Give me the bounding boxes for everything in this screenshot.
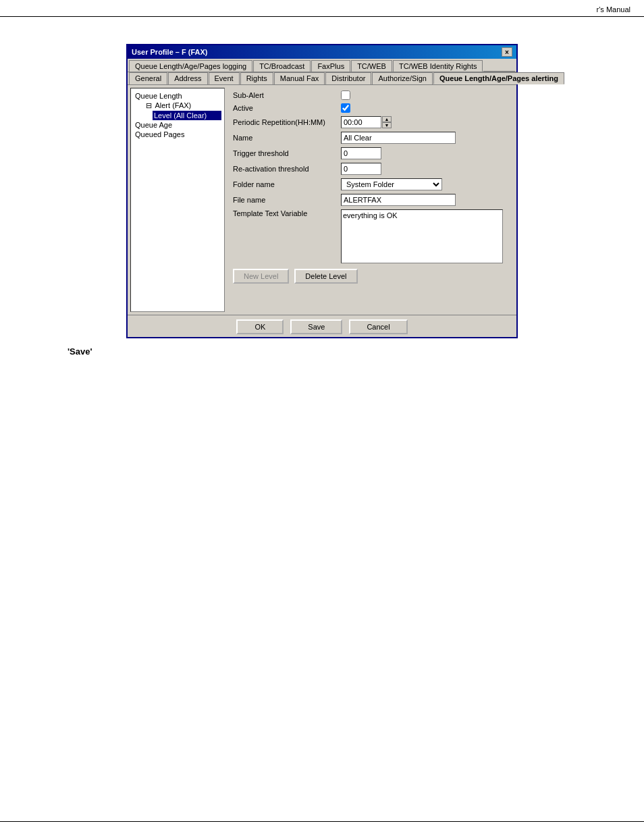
- delete-level-button[interactable]: Delete Level: [294, 269, 357, 284]
- tab-tc-web[interactable]: TC/WEB: [351, 60, 392, 72]
- tab-address[interactable]: Address: [168, 72, 207, 84]
- spinner-down-button[interactable]: ▼: [382, 122, 392, 128]
- level-buttons-container: New Level Delete Level: [233, 269, 508, 284]
- tab-distributor[interactable]: Distributor: [325, 72, 371, 84]
- periodic-rep-input[interactable]: [341, 116, 381, 128]
- folder-name-row: Folder name System Folder: [233, 178, 508, 190]
- right-form-panel: Sub-Alert Active Periodic Repetition(HH:…: [227, 88, 514, 312]
- tab-rights[interactable]: Rights: [240, 72, 273, 84]
- active-label: Active: [233, 104, 341, 112]
- tabs-row2: General Address Event Rights Manual Fax …: [128, 72, 516, 85]
- dialog-close-button[interactable]: ×: [502, 47, 512, 57]
- template-text-textarea[interactable]: everything is OK: [341, 209, 503, 263]
- tab-general[interactable]: General: [129, 72, 167, 84]
- new-level-button[interactable]: New Level: [233, 269, 289, 284]
- reactivation-threshold-row: Re-activation threshold: [233, 163, 508, 175]
- periodic-rep-label: Periodic Repetition(HH:MM): [233, 118, 341, 126]
- sub-alert-label: Sub-Alert: [233, 91, 341, 99]
- dialog-body: Queue Length ⊟ Alert (FAX) Level (All Cl…: [128, 85, 516, 315]
- tab-tc-broadcast[interactable]: TC/Broadcast: [253, 60, 311, 72]
- page-header: r's Manual: [0, 0, 644, 17]
- page-content: User Profile – F (FAX) × Queue Length/Ag…: [0, 17, 644, 370]
- tree-alert-fax[interactable]: ⊟ Alert (FAX): [144, 101, 221, 111]
- folder-select-container: System Folder: [341, 178, 442, 190]
- spinner-up-button[interactable]: ▲: [382, 116, 392, 122]
- tree-queue-age[interactable]: Queue Age: [134, 120, 221, 130]
- footer-buttons-row: OK Save Cancel: [130, 319, 514, 334]
- tab-queue-logging[interactable]: Queue Length/Age/Pages logging: [129, 60, 252, 72]
- tree-queued-pages[interactable]: Queued Pages: [134, 130, 221, 139]
- tab-filler: [483, 60, 515, 72]
- tab-queue-alerting[interactable]: Queue Length/Age/Pages alerting: [433, 72, 564, 84]
- tree-level-all-clear[interactable]: Level (All Clear): [153, 111, 221, 120]
- file-name-row: File name: [233, 194, 508, 206]
- file-name-label: File name: [233, 196, 341, 204]
- periodic-rep-row: Periodic Repetition(HH:MM) ▲ ▼: [233, 116, 508, 128]
- tab-event[interactable]: Event: [209, 72, 240, 84]
- save-button[interactable]: Save: [290, 319, 342, 334]
- reactivation-threshold-input[interactable]: [341, 163, 381, 175]
- time-spinner: ▲ ▼: [382, 116, 392, 128]
- active-row: Active: [233, 103, 508, 113]
- trigger-threshold-input[interactable]: [341, 147, 381, 159]
- tabs-row1: Queue Length/Age/Pages logging TC/Broadc…: [128, 59, 516, 72]
- dialog-title: User Profile – F (FAX): [132, 48, 207, 56]
- ok-button[interactable]: OK: [236, 319, 284, 334]
- tree-queue-length[interactable]: Queue Length: [134, 91, 221, 101]
- header-title: r's Manual: [597, 5, 630, 14]
- user-profile-dialog: User Profile – F (FAX) × Queue Length/Ag…: [126, 44, 518, 338]
- trigger-threshold-label: Trigger threshold: [233, 149, 341, 157]
- time-input-container: ▲ ▼: [341, 116, 392, 128]
- name-row: Name: [233, 132, 508, 144]
- tab-faxplus[interactable]: FaxPlus: [311, 60, 350, 72]
- template-text-label: Template Text Variable: [233, 209, 341, 217]
- tab-tc-web-identity[interactable]: TC/WEB Identity Rights: [393, 60, 483, 72]
- folder-name-select[interactable]: System Folder: [341, 178, 442, 190]
- tab-authorize-sign[interactable]: Authorize/Sign: [372, 72, 433, 84]
- trigger-threshold-row: Trigger threshold: [233, 147, 508, 159]
- active-checkbox[interactable]: [341, 103, 350, 113]
- sub-alert-row: Sub-Alert: [233, 90, 508, 100]
- save-label: 'Save': [68, 346, 617, 357]
- reactivation-threshold-label: Re-activation threshold: [233, 165, 341, 173]
- dialog-titlebar: User Profile – F (FAX) ×: [128, 45, 516, 59]
- tab-manual-fax[interactable]: Manual Fax: [274, 72, 325, 84]
- name-label: Name: [233, 134, 341, 142]
- dialog-footer: OK Save Cancel: [128, 315, 516, 337]
- sub-alert-checkbox[interactable]: [341, 90, 350, 100]
- left-tree-panel: Queue Length ⊟ Alert (FAX) Level (All Cl…: [130, 88, 225, 312]
- name-input[interactable]: [341, 132, 456, 144]
- file-name-input[interactable]: [341, 194, 456, 206]
- folder-name-label: Folder name: [233, 180, 341, 188]
- page-footer: [0, 821, 644, 827]
- cancel-button[interactable]: Cancel: [349, 319, 407, 334]
- template-text-row: Template Text Variable everything is OK: [233, 209, 508, 263]
